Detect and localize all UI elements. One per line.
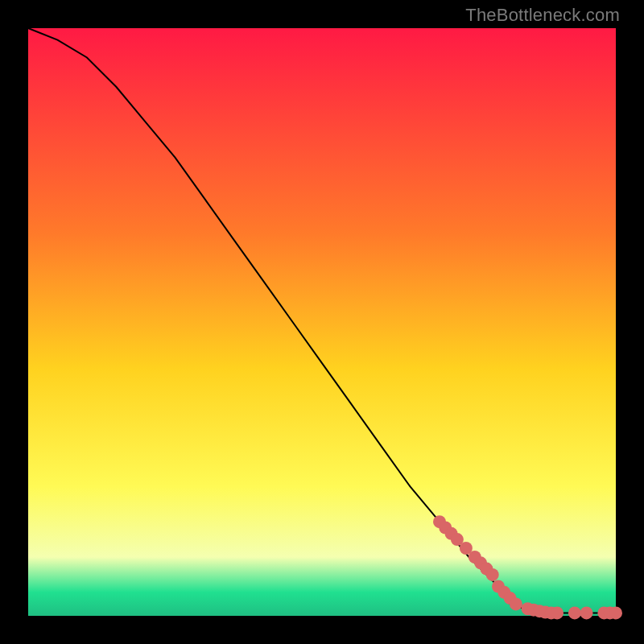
- chart-overlay-svg: [28, 28, 616, 616]
- chart-plot-area: [28, 28, 616, 616]
- highlight-marker: [486, 568, 499, 581]
- highlight-marker: [510, 597, 522, 610]
- highlight-marker: [551, 606, 564, 619]
- bottleneck-curve: [28, 28, 616, 613]
- highlight-marker: [568, 606, 581, 619]
- highlight-marker: [609, 606, 622, 619]
- attribution-text: TheBottleneck.com: [465, 5, 620, 26]
- highlight-marker: [580, 606, 593, 619]
- highlight-markers: [433, 515, 622, 619]
